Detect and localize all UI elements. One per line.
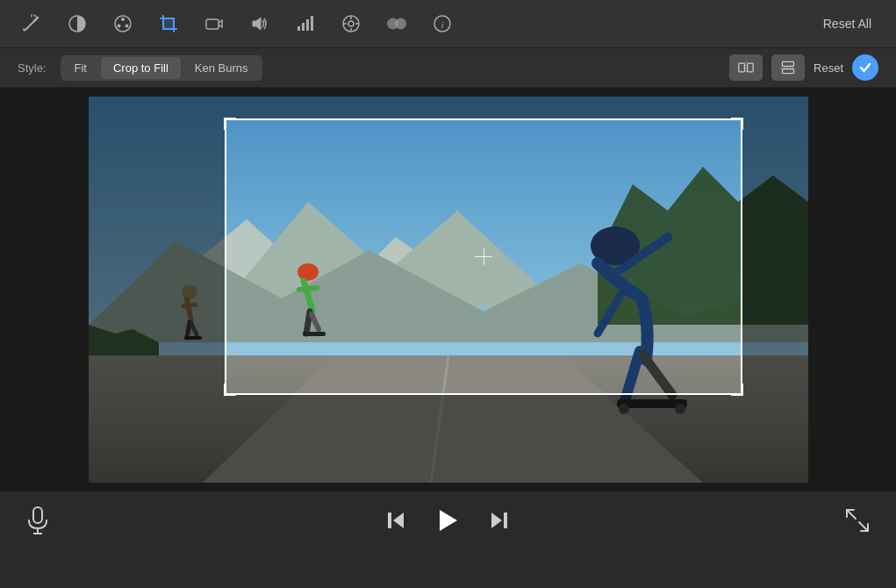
microphone-button[interactable] — [26, 506, 49, 535]
svg-rect-31 — [782, 69, 793, 74]
svg-marker-53 — [393, 513, 404, 528]
crop-mask-top — [225, 97, 742, 118]
play-button[interactable] — [434, 506, 462, 534]
speed-icon[interactable] — [291, 10, 319, 38]
svg-rect-16 — [311, 16, 313, 31]
toolbar-icons: i — [18, 10, 456, 38]
rewind-to-start-button[interactable] — [384, 509, 407, 532]
top-toolbar: i Reset All — [0, 0, 896, 48]
flip-vertical-button[interactable] — [771, 54, 805, 81]
svg-point-9 — [118, 25, 121, 28]
crop-icon[interactable] — [154, 10, 183, 38]
svg-marker-55 — [440, 510, 457, 531]
bottom-controls — [0, 491, 896, 549]
info-icon[interactable]: i — [428, 10, 456, 38]
svg-rect-57 — [504, 513, 507, 528]
stabilize-icon[interactable] — [337, 10, 365, 38]
svg-point-18 — [348, 21, 354, 26]
style-button-group: Fit Crop to Fill Ken Burns — [61, 55, 262, 81]
svg-rect-10 — [163, 18, 174, 29]
svg-rect-11 — [206, 19, 219, 29]
svg-line-58 — [847, 510, 856, 519]
svg-rect-54 — [388, 513, 391, 528]
svg-rect-47 — [303, 332, 326, 336]
color-balance-icon[interactable] — [63, 10, 91, 38]
svg-line-4 — [34, 15, 36, 17]
svg-rect-30 — [782, 61, 793, 66]
svg-rect-27 — [739, 63, 745, 72]
video-scene — [89, 97, 808, 483]
svg-point-24 — [395, 18, 406, 30]
color-grade-icon[interactable] — [383, 10, 411, 38]
fit-button[interactable]: Fit — [62, 57, 99, 79]
svg-marker-12 — [253, 18, 261, 30]
crop-mask-bottom — [225, 395, 742, 483]
forward-to-end-button[interactable] — [488, 509, 511, 532]
ken-burns-button[interactable]: Ken Burns — [183, 57, 261, 79]
svg-line-59 — [859, 522, 868, 531]
svg-point-7 — [121, 18, 125, 21]
camera-icon[interactable] — [200, 10, 228, 38]
playback-controls — [384, 506, 511, 534]
crop-mask-left — [89, 97, 225, 483]
svg-rect-14 — [302, 23, 305, 31]
svg-rect-28 — [748, 63, 754, 72]
svg-line-0 — [25, 21, 34, 30]
crop-mask-right — [742, 97, 808, 483]
style-label: Style: — [18, 61, 47, 75]
done-button[interactable] — [852, 54, 878, 81]
audio-icon[interactable] — [246, 10, 274, 38]
svg-rect-13 — [297, 26, 300, 31]
svg-point-8 — [125, 25, 129, 28]
svg-marker-56 — [491, 513, 502, 528]
video-area[interactable] — [0, 88, 896, 491]
svg-rect-15 — [306, 19, 309, 31]
style-bar-right: Reset — [729, 54, 878, 81]
magic-wand-icon[interactable] — [18, 10, 46, 38]
reset-all-button[interactable]: Reset All — [816, 13, 878, 34]
crop-to-fill-button[interactable]: Crop to Fill — [101, 57, 181, 79]
flip-horizontal-button[interactable] — [729, 54, 763, 81]
svg-rect-50 — [33, 507, 42, 523]
svg-point-46 — [297, 263, 319, 281]
color-palette-icon[interactable] — [109, 10, 137, 38]
expand-button[interactable] — [845, 508, 870, 533]
svg-text:i: i — [441, 19, 443, 30]
reset-button[interactable]: Reset — [814, 61, 843, 75]
style-bar: Style: Fit Crop to Fill Ken Burns Reset — [0, 48, 896, 88]
